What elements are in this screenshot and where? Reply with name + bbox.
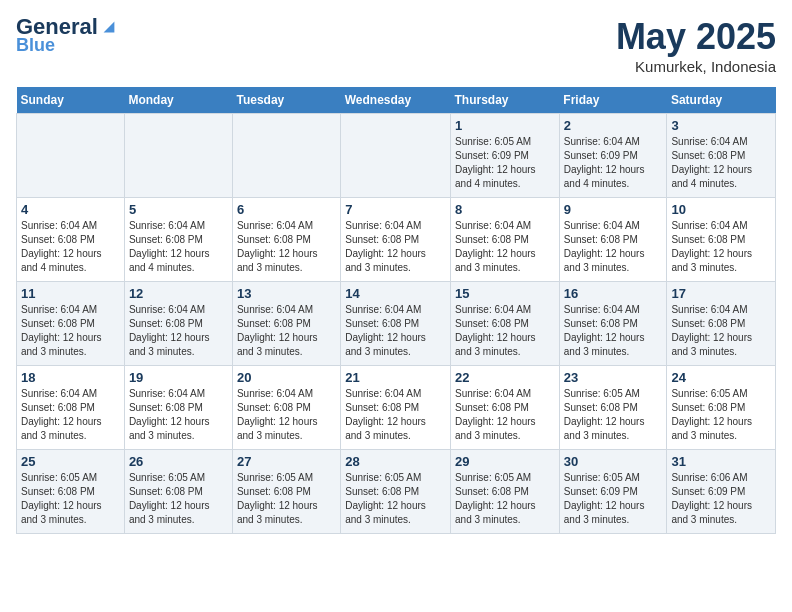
day-info: Sunrise: 6:05 AM Sunset: 6:08 PM Dayligh… (455, 471, 555, 527)
day-number: 14 (345, 286, 446, 301)
day-info: Sunrise: 6:04 AM Sunset: 6:08 PM Dayligh… (129, 303, 228, 359)
day-number: 12 (129, 286, 228, 301)
logo: General Blue (16, 16, 118, 54)
calendar-cell: 15Sunrise: 6:04 AM Sunset: 6:08 PM Dayli… (451, 282, 560, 366)
day-info: Sunrise: 6:04 AM Sunset: 6:08 PM Dayligh… (455, 303, 555, 359)
day-number: 3 (671, 118, 771, 133)
calendar-cell: 12Sunrise: 6:04 AM Sunset: 6:08 PM Dayli… (124, 282, 232, 366)
calendar-cell: 7Sunrise: 6:04 AM Sunset: 6:08 PM Daylig… (341, 198, 451, 282)
calendar-week-5: 25Sunrise: 6:05 AM Sunset: 6:08 PM Dayli… (17, 450, 776, 534)
day-info: Sunrise: 6:04 AM Sunset: 6:08 PM Dayligh… (345, 219, 446, 275)
calendar-cell: 31Sunrise: 6:06 AM Sunset: 6:09 PM Dayli… (667, 450, 776, 534)
day-info: Sunrise: 6:05 AM Sunset: 6:08 PM Dayligh… (237, 471, 336, 527)
day-number: 18 (21, 370, 120, 385)
calendar-cell: 26Sunrise: 6:05 AM Sunset: 6:08 PM Dayli… (124, 450, 232, 534)
title-block: May 2025 Kumurkek, Indonesia (616, 16, 776, 75)
calendar-week-4: 18Sunrise: 6:04 AM Sunset: 6:08 PM Dayli… (17, 366, 776, 450)
day-number: 17 (671, 286, 771, 301)
day-info: Sunrise: 6:04 AM Sunset: 6:09 PM Dayligh… (564, 135, 663, 191)
day-info: Sunrise: 6:04 AM Sunset: 6:08 PM Dayligh… (237, 219, 336, 275)
weekday-header-sunday: Sunday (17, 87, 125, 114)
day-info: Sunrise: 6:04 AM Sunset: 6:08 PM Dayligh… (671, 303, 771, 359)
day-info: Sunrise: 6:05 AM Sunset: 6:08 PM Dayligh… (671, 387, 771, 443)
month-title: May 2025 (616, 16, 776, 58)
day-number: 15 (455, 286, 555, 301)
day-info: Sunrise: 6:04 AM Sunset: 6:08 PM Dayligh… (21, 219, 120, 275)
day-number: 23 (564, 370, 663, 385)
day-info: Sunrise: 6:05 AM Sunset: 6:08 PM Dayligh… (345, 471, 446, 527)
day-info: Sunrise: 6:05 AM Sunset: 6:09 PM Dayligh… (455, 135, 555, 191)
day-info: Sunrise: 6:04 AM Sunset: 6:08 PM Dayligh… (237, 303, 336, 359)
day-number: 20 (237, 370, 336, 385)
day-info: Sunrise: 6:04 AM Sunset: 6:08 PM Dayligh… (455, 387, 555, 443)
day-info: Sunrise: 6:04 AM Sunset: 6:08 PM Dayligh… (345, 303, 446, 359)
calendar-cell (341, 114, 451, 198)
calendar-cell: 29Sunrise: 6:05 AM Sunset: 6:08 PM Dayli… (451, 450, 560, 534)
calendar-week-1: 1Sunrise: 6:05 AM Sunset: 6:09 PM Daylig… (17, 114, 776, 198)
day-info: Sunrise: 6:04 AM Sunset: 6:08 PM Dayligh… (129, 219, 228, 275)
day-number: 9 (564, 202, 663, 217)
calendar-table: SundayMondayTuesdayWednesdayThursdayFrid… (16, 87, 776, 534)
day-number: 26 (129, 454, 228, 469)
weekday-header-thursday: Thursday (451, 87, 560, 114)
day-info: Sunrise: 6:04 AM Sunset: 6:08 PM Dayligh… (345, 387, 446, 443)
day-number: 13 (237, 286, 336, 301)
svg-marker-0 (104, 22, 115, 33)
calendar-cell: 23Sunrise: 6:05 AM Sunset: 6:08 PM Dayli… (559, 366, 667, 450)
day-info: Sunrise: 6:05 AM Sunset: 6:08 PM Dayligh… (129, 471, 228, 527)
day-info: Sunrise: 6:05 AM Sunset: 6:08 PM Dayligh… (21, 471, 120, 527)
day-info: Sunrise: 6:04 AM Sunset: 6:08 PM Dayligh… (671, 219, 771, 275)
calendar-cell: 4Sunrise: 6:04 AM Sunset: 6:08 PM Daylig… (17, 198, 125, 282)
location: Kumurkek, Indonesia (616, 58, 776, 75)
calendar-cell: 24Sunrise: 6:05 AM Sunset: 6:08 PM Dayli… (667, 366, 776, 450)
day-info: Sunrise: 6:04 AM Sunset: 6:08 PM Dayligh… (564, 303, 663, 359)
day-info: Sunrise: 6:05 AM Sunset: 6:09 PM Dayligh… (564, 471, 663, 527)
day-number: 27 (237, 454, 336, 469)
day-number: 28 (345, 454, 446, 469)
calendar-cell: 19Sunrise: 6:04 AM Sunset: 6:08 PM Dayli… (124, 366, 232, 450)
day-number: 7 (345, 202, 446, 217)
calendar-week-3: 11Sunrise: 6:04 AM Sunset: 6:08 PM Dayli… (17, 282, 776, 366)
day-number: 11 (21, 286, 120, 301)
calendar-cell: 8Sunrise: 6:04 AM Sunset: 6:08 PM Daylig… (451, 198, 560, 282)
day-info: Sunrise: 6:04 AM Sunset: 6:08 PM Dayligh… (21, 303, 120, 359)
day-number: 24 (671, 370, 771, 385)
day-number: 21 (345, 370, 446, 385)
calendar-cell (124, 114, 232, 198)
day-number: 30 (564, 454, 663, 469)
day-number: 8 (455, 202, 555, 217)
calendar-cell: 10Sunrise: 6:04 AM Sunset: 6:08 PM Dayli… (667, 198, 776, 282)
day-info: Sunrise: 6:04 AM Sunset: 6:08 PM Dayligh… (21, 387, 120, 443)
calendar-cell: 27Sunrise: 6:05 AM Sunset: 6:08 PM Dayli… (232, 450, 340, 534)
weekday-header-saturday: Saturday (667, 87, 776, 114)
day-info: Sunrise: 6:04 AM Sunset: 6:08 PM Dayligh… (129, 387, 228, 443)
weekday-header-friday: Friday (559, 87, 667, 114)
calendar-cell: 28Sunrise: 6:05 AM Sunset: 6:08 PM Dayli… (341, 450, 451, 534)
calendar-cell: 14Sunrise: 6:04 AM Sunset: 6:08 PM Dayli… (341, 282, 451, 366)
page-header: General Blue May 2025 Kumurkek, Indonesi… (16, 16, 776, 75)
day-number: 1 (455, 118, 555, 133)
logo-icon (100, 18, 118, 36)
calendar-cell: 1Sunrise: 6:05 AM Sunset: 6:09 PM Daylig… (451, 114, 560, 198)
calendar-cell: 20Sunrise: 6:04 AM Sunset: 6:08 PM Dayli… (232, 366, 340, 450)
day-number: 29 (455, 454, 555, 469)
day-info: Sunrise: 6:04 AM Sunset: 6:08 PM Dayligh… (564, 219, 663, 275)
calendar-cell: 25Sunrise: 6:05 AM Sunset: 6:08 PM Dayli… (17, 450, 125, 534)
calendar-cell: 6Sunrise: 6:04 AM Sunset: 6:08 PM Daylig… (232, 198, 340, 282)
day-info: Sunrise: 6:05 AM Sunset: 6:08 PM Dayligh… (564, 387, 663, 443)
day-info: Sunrise: 6:04 AM Sunset: 6:08 PM Dayligh… (671, 135, 771, 191)
weekday-header-monday: Monday (124, 87, 232, 114)
calendar-cell: 18Sunrise: 6:04 AM Sunset: 6:08 PM Dayli… (17, 366, 125, 450)
calendar-cell: 11Sunrise: 6:04 AM Sunset: 6:08 PM Dayli… (17, 282, 125, 366)
weekday-header-tuesday: Tuesday (232, 87, 340, 114)
day-number: 5 (129, 202, 228, 217)
day-number: 10 (671, 202, 771, 217)
calendar-cell: 13Sunrise: 6:04 AM Sunset: 6:08 PM Dayli… (232, 282, 340, 366)
calendar-cell: 16Sunrise: 6:04 AM Sunset: 6:08 PM Dayli… (559, 282, 667, 366)
day-number: 2 (564, 118, 663, 133)
calendar-cell: 2Sunrise: 6:04 AM Sunset: 6:09 PM Daylig… (559, 114, 667, 198)
calendar-cell: 5Sunrise: 6:04 AM Sunset: 6:08 PM Daylig… (124, 198, 232, 282)
calendar-cell: 21Sunrise: 6:04 AM Sunset: 6:08 PM Dayli… (341, 366, 451, 450)
day-info: Sunrise: 6:04 AM Sunset: 6:08 PM Dayligh… (455, 219, 555, 275)
calendar-cell: 30Sunrise: 6:05 AM Sunset: 6:09 PM Dayli… (559, 450, 667, 534)
